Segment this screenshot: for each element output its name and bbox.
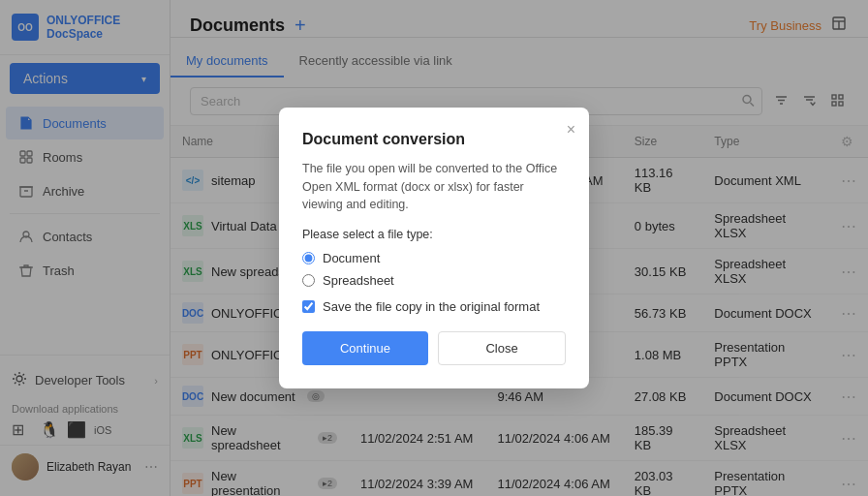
save-copy-checkbox-input[interactable] (302, 300, 315, 313)
modal-description: The file you open will be converted to t… (302, 160, 566, 214)
modal-title: Document conversion (302, 131, 566, 148)
close-button[interactable]: Close (438, 331, 566, 365)
save-copy-label: Save the file copy in the original forma… (323, 299, 540, 314)
modal-actions: Continue Close (302, 331, 566, 365)
modal-overlay: Document conversion × The file you open … (0, 0, 868, 496)
radio-document-input[interactable] (302, 252, 315, 264)
continue-button[interactable]: Continue (302, 331, 428, 365)
radio-spreadsheet[interactable]: Spreadsheet (302, 273, 566, 288)
modal-close-x-button[interactable]: × (567, 121, 575, 139)
radio-document[interactable]: Document (302, 251, 566, 265)
modal-select-label: Please select a file type: (302, 228, 566, 241)
radio-spreadsheet-label: Spreadsheet (323, 273, 394, 288)
radio-document-label: Document (323, 251, 380, 265)
document-conversion-modal: Document conversion × The file you open … (279, 108, 589, 388)
save-copy-checkbox[interactable]: Save the file copy in the original forma… (302, 299, 566, 314)
file-type-radio-group: Document Spreadsheet (302, 251, 566, 288)
radio-spreadsheet-input[interactable] (302, 274, 315, 287)
